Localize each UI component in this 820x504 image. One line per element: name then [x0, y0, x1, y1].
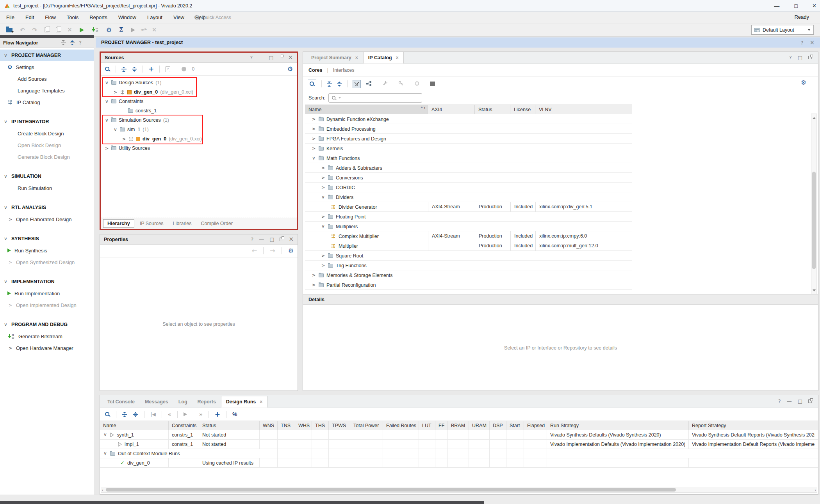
paste-icon[interactable] — [56, 27, 60, 32]
chevron-down-icon[interactable] — [321, 224, 325, 229]
close-icon[interactable]: × — [809, 40, 815, 46]
tree-row-sim-div-gen-0[interactable]: div_gen_0(div_gen_0.xci) — [101, 134, 297, 144]
collapse-all-icon[interactable] — [327, 82, 332, 87]
column-ths[interactable]: THS — [312, 421, 329, 430]
menu-file[interactable]: File — [6, 14, 14, 20]
add-sources-icon[interactable]: + — [148, 66, 154, 73]
minimize-panel-icon[interactable]: — — [258, 55, 263, 60]
close-panel-icon[interactable]: × — [288, 55, 293, 60]
menu-reports[interactable]: Reports — [89, 14, 107, 20]
column-total-power[interactable]: Total Power — [350, 421, 383, 430]
scroll-up-icon[interactable] — [813, 115, 816, 119]
ip-search-input[interactable] — [328, 93, 422, 103]
redo-icon[interactable] — [32, 27, 37, 34]
tab-design-runs[interactable]: Design Runs× — [221, 396, 267, 408]
column-constraints[interactable]: Constraints — [169, 421, 199, 430]
chevron-right-icon[interactable] — [113, 90, 118, 94]
help-icon[interactable]: ? — [79, 40, 82, 45]
table-row-ooc-module-runs[interactable]: Out-of-Context Module Runs — [100, 449, 818, 458]
sidebar-section-simulation[interactable]: SIMULATION — [0, 170, 94, 182]
tree-row[interactable]: Adders & Subtracters — [305, 163, 632, 173]
chevron-down-icon[interactable] — [105, 99, 109, 104]
minimize-button[interactable]: — — [774, 3, 779, 9]
chevron-right-icon[interactable] — [312, 127, 316, 131]
expand-all-icon[interactable] — [132, 67, 137, 72]
gear-icon[interactable] — [801, 80, 806, 86]
column-tpws[interactable]: TPWS — [329, 421, 350, 430]
subtab-cores[interactable]: Cores — [308, 67, 322, 73]
tree-row[interactable]: Kernels — [305, 144, 632, 153]
column-lut[interactable]: LUT — [419, 421, 435, 430]
table-row-div-gen-0[interactable]: div_gen_0 Using cached IP results — [100, 458, 818, 468]
float-panel-icon[interactable] — [279, 56, 282, 59]
sidebar-item-create-block-design[interactable]: Create Block Design — [0, 128, 94, 139]
sidebar-item-run-implementation[interactable]: Run Implementation — [0, 287, 94, 299]
sidebar-item-settings[interactable]: Settings — [0, 61, 94, 73]
tree-row-multipliers[interactable]: Multipliers — [305, 222, 632, 231]
tab-ip-catalog[interactable]: IP Catalog× — [363, 52, 404, 64]
settings-gear-icon[interactable] — [106, 27, 112, 33]
chevron-right-icon[interactable] — [321, 215, 325, 219]
expand-all-icon[interactable] — [70, 40, 75, 45]
float-panel-icon[interactable] — [280, 238, 283, 241]
chevron-right-icon[interactable] — [312, 283, 316, 287]
chevron-down-icon[interactable] — [103, 451, 107, 456]
minimize-panel-icon[interactable]: — — [86, 40, 91, 45]
chevron-right-icon[interactable] — [312, 273, 316, 277]
column-whs[interactable]: WHS — [295, 421, 312, 430]
chevron-down-icon[interactable] — [312, 156, 316, 160]
menu-window[interactable]: Window — [118, 14, 136, 20]
tree-row[interactable]: FPGA Features and Design — [305, 134, 632, 144]
column-report-strategy[interactable]: Report Strategy — [689, 421, 815, 430]
expand-all-icon[interactable] — [133, 412, 138, 417]
close-button[interactable]: × — [813, 2, 816, 9]
chevron-right-icon[interactable] — [321, 263, 325, 268]
subtab-interfaces[interactable]: Interfaces — [333, 67, 355, 73]
sidebar-item-language-templates[interactable]: Language Templates — [0, 85, 94, 96]
menu-edit[interactable]: Edit — [25, 14, 34, 20]
tab-messages[interactable]: Messages — [140, 396, 173, 408]
maximize-panel-icon[interactable]: □ — [798, 55, 802, 60]
tree-row[interactable]: Partial Reconfiguration — [305, 280, 632, 290]
tree-row[interactable]: Dynamic Function eXchange — [305, 114, 632, 124]
create-run-icon[interactable]: + — [215, 411, 220, 418]
column-license[interactable]: License — [510, 105, 535, 114]
column-vlnv[interactable]: VLNV — [535, 105, 632, 114]
sidebar-section-rtl-analysis[interactable]: RTL ANALYSIS — [0, 202, 94, 213]
scrollbar-thumb[interactable] — [106, 488, 676, 492]
sidebar-item-open-elaborated-design[interactable]: Open Elaborated Design — [0, 213, 94, 225]
generate-bitstream-icon[interactable]: 0110 — [91, 27, 99, 33]
column-failed-routes[interactable]: Failed Routes — [383, 421, 419, 430]
tree-row-math-functions[interactable]: Math Functions — [305, 153, 632, 163]
maximize-panel-icon[interactable]: □ — [269, 237, 274, 242]
chevron-right-icon[interactable] — [321, 185, 325, 190]
float-panel-icon[interactable] — [808, 399, 812, 403]
sidebar-section-synthesis[interactable]: SYNTHESIS — [0, 233, 94, 245]
chevron-right-icon[interactable] — [312, 137, 316, 141]
maximize-button[interactable]: □ — [794, 3, 797, 9]
chevron-right-icon[interactable] — [122, 137, 126, 141]
tree-row[interactable]: Trig Functions — [305, 261, 632, 270]
minimize-panel-icon[interactable]: — — [787, 399, 792, 404]
chevron-down-icon[interactable] — [105, 118, 109, 122]
chevron-right-icon[interactable] — [321, 166, 325, 170]
column-wns[interactable]: WNS — [260, 421, 278, 430]
delete-icon[interactable]: × — [67, 27, 72, 33]
maximize-panel-icon[interactable]: □ — [269, 55, 273, 60]
tree-row-divider-generator[interactable]: Divider Generator AXI4-Stream Production… — [305, 202, 632, 212]
tree-row-sim-1[interactable]: sim_1(1) — [101, 125, 297, 134]
scrollbar-thumb[interactable] — [812, 172, 816, 269]
sidebar-item-ip-catalog[interactable]: IP Catalog — [0, 96, 94, 108]
quick-access-input[interactable]: Quick Access — [194, 13, 253, 22]
column-ff[interactable]: FF — [435, 421, 448, 430]
minimize-panel-icon[interactable]: — — [259, 237, 264, 242]
column-status[interactable]: Status — [199, 421, 260, 430]
sidebar-section-program-and-debug[interactable]: PROGRAM AND DEBUG — [0, 319, 94, 330]
close-icon[interactable]: × — [355, 55, 358, 60]
column-start[interactable]: Start — [506, 421, 524, 430]
percent-icon[interactable]: % — [232, 412, 237, 417]
tree-row-constraints[interactable]: Constraints — [101, 97, 297, 106]
tree-row[interactable]: Conversions — [305, 173, 632, 183]
tree-row[interactable]: Square Root — [305, 251, 632, 261]
help-icon[interactable]: ? — [778, 399, 781, 404]
